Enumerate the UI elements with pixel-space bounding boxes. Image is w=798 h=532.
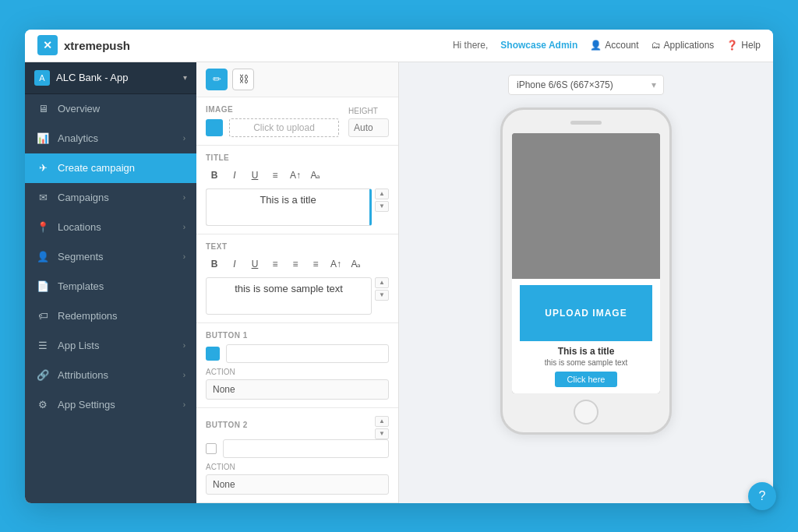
button1-label: BUTTON 1 bbox=[206, 331, 389, 340]
text-spinner: ▲ ▼ bbox=[375, 277, 389, 301]
text-spin-down-button[interactable]: ▼ bbox=[375, 290, 389, 301]
button2-checkbox[interactable] bbox=[206, 443, 217, 454]
applications-icon: 🗂 bbox=[651, 40, 661, 51]
text-font-size-down-button[interactable]: Aₐ bbox=[348, 255, 365, 273]
sidebar-item-overview[interactable]: 🖥 Overview bbox=[25, 94, 196, 124]
phone-screen-background bbox=[512, 133, 660, 279]
account-link[interactable]: 👤 Account bbox=[590, 40, 638, 51]
account-icon: 👤 bbox=[590, 40, 602, 51]
help-icon: ❓ bbox=[726, 40, 738, 51]
align-button[interactable]: ≡ bbox=[267, 167, 284, 184]
title-preview[interactable]: This is a title bbox=[206, 188, 372, 226]
arrow-icon: › bbox=[183, 341, 185, 350]
app-lists-icon: ☰ bbox=[36, 339, 50, 353]
notification-button[interactable]: Click here bbox=[555, 372, 618, 387]
button1-action-select[interactable]: None bbox=[206, 379, 389, 400]
sidebar-item-campaigns[interactable]: ✉ Campaigns › bbox=[25, 183, 196, 213]
spin-down-button[interactable]: ▼ bbox=[375, 201, 389, 212]
height-group: HEIGHT bbox=[348, 107, 389, 137]
sidebar-item-locations[interactable]: 📍 Locations › bbox=[25, 213, 196, 242]
segments-icon: 👤 bbox=[36, 250, 50, 264]
help-link[interactable]: ❓ Help bbox=[726, 40, 761, 51]
arrow-icon: › bbox=[183, 193, 185, 202]
form-panel: ✏ ⛓ IMAGE Click to upload bbox=[196, 62, 399, 503]
upload-image-area: UPLOAD IMAGE bbox=[520, 285, 652, 341]
image-section: IMAGE Click to upload HEIGHT bbox=[196, 97, 398, 146]
button2-spin-up[interactable]: ▲ bbox=[375, 416, 389, 427]
text-section: TEXT B I U ≡ ≡ ≡ A↑ Aₐ this is some bbox=[196, 234, 398, 323]
help-fab-button[interactable]: ? bbox=[748, 482, 776, 510]
notification-title: This is a title bbox=[558, 346, 615, 357]
button2-row bbox=[206, 439, 389, 458]
form-toolbar: ✏ ⛓ bbox=[196, 62, 398, 97]
edit-button[interactable]: ✏ bbox=[206, 69, 228, 90]
sidebar-item-app-lists[interactable]: ☰ App Lists › bbox=[25, 331, 196, 361]
title-spinner: ▲ ▼ bbox=[375, 188, 389, 212]
text-spin-up-button[interactable]: ▲ bbox=[375, 277, 389, 288]
sidebar-item-attributions[interactable]: 🔗 Attributions › bbox=[25, 361, 196, 390]
title-rich-toolbar: B I U ≡ A↑ Aₐ bbox=[206, 167, 389, 184]
help-label: Help bbox=[741, 40, 761, 51]
arrow-icon: › bbox=[183, 400, 185, 409]
attributions-icon: 🔗 bbox=[36, 368, 50, 382]
text-font-size-up-button[interactable]: A↑ bbox=[327, 255, 344, 273]
phone-mockup: UPLOAD IMAGE This is a title this is som… bbox=[500, 107, 672, 435]
height-input[interactable] bbox=[348, 118, 389, 137]
text-label: TEXT bbox=[206, 242, 389, 251]
text-rich-toolbar: B I U ≡ ≡ ≡ A↑ Aₐ bbox=[206, 255, 389, 273]
button2-spinner: ▲ ▼ bbox=[375, 416, 389, 439]
font-size-down-button[interactable]: Aₐ bbox=[307, 167, 324, 184]
button2-spin-down[interactable]: ▼ bbox=[375, 428, 389, 439]
text-underline-button[interactable]: U bbox=[246, 255, 263, 273]
link-button[interactable]: ⛓ bbox=[232, 69, 254, 90]
username-text: Showcase Admin bbox=[500, 40, 577, 51]
text-align-left-button[interactable]: ≡ bbox=[267, 255, 284, 273]
sidebar-label-create-campaign: Create campaign bbox=[58, 162, 185, 174]
button1-color-swatch[interactable] bbox=[206, 347, 220, 361]
device-select-row: iPhone 6/6S (667×375) bbox=[411, 75, 761, 95]
device-select-wrap: iPhone 6/6S (667×375) bbox=[508, 75, 664, 95]
text-align-center-button[interactable]: ≡ bbox=[287, 255, 304, 273]
sidebar-label-app-settings: App Settings bbox=[58, 399, 183, 410]
upload-button[interactable]: Click to upload bbox=[229, 118, 339, 137]
applications-link[interactable]: 🗂 Applications bbox=[651, 40, 715, 51]
redemptions-icon: 🏷 bbox=[36, 309, 50, 323]
sidebar-label-locations: Locations bbox=[58, 221, 183, 233]
sidebar-item-redemptions[interactable]: 🏷 Redemptions bbox=[25, 301, 196, 331]
text-preview[interactable]: this is some sample text bbox=[206, 277, 372, 315]
button1-text-input[interactable] bbox=[226, 344, 389, 363]
main-content: ✏ ⛓ IMAGE Click to upload bbox=[196, 62, 773, 503]
button2-action-label: ACTION bbox=[206, 463, 389, 471]
account-label: Account bbox=[605, 40, 638, 51]
text-align-right-button[interactable]: ≡ bbox=[307, 255, 324, 273]
color-swatch[interactable] bbox=[206, 119, 223, 136]
sidebar-item-templates[interactable]: 📄 Templates bbox=[25, 272, 196, 301]
italic-button[interactable]: I bbox=[226, 167, 243, 184]
image-label: IMAGE bbox=[206, 105, 339, 114]
sidebar-item-app-settings[interactable]: ⚙ App Settings › bbox=[25, 390, 196, 420]
phone-home-button bbox=[574, 400, 598, 425]
sidebar-item-analytics[interactable]: 📊 Analytics › bbox=[25, 124, 196, 153]
topbar: ✕ xtremepush Hi there, Showcase Admin 👤 … bbox=[25, 30, 773, 62]
spin-up-button[interactable]: ▲ bbox=[375, 188, 389, 199]
button2-action-select[interactable]: None bbox=[206, 474, 389, 495]
sidebar-item-create-campaign[interactable]: ✈ Create campaign bbox=[25, 153, 196, 183]
chevron-down-icon: ▾ bbox=[183, 73, 187, 82]
device-select[interactable]: iPhone 6/6S (667×375) bbox=[508, 75, 664, 95]
app-selector[interactable]: A ALC Bank - App ▾ bbox=[25, 62, 196, 94]
button2-label: BUTTON 2 bbox=[206, 421, 248, 429]
image-row: Click to upload bbox=[206, 118, 339, 137]
upload-image-text: UPLOAD IMAGE bbox=[545, 308, 627, 319]
text-italic-button[interactable]: I bbox=[226, 255, 243, 273]
sidebar-item-segments[interactable]: 👤 Segments › bbox=[25, 242, 196, 272]
main-window: ✕ xtremepush Hi there, Showcase Admin 👤 … bbox=[25, 30, 773, 503]
button2-text-input[interactable] bbox=[223, 439, 389, 458]
underline-button[interactable]: U bbox=[246, 167, 263, 184]
bold-button[interactable]: B bbox=[206, 167, 223, 184]
font-size-up-button[interactable]: A↑ bbox=[287, 167, 304, 184]
button1-section: BUTTON 1 ACTION None bbox=[196, 323, 398, 408]
campaigns-icon: ✉ bbox=[36, 191, 50, 205]
button2-section: BUTTON 2 ▲ ▼ ACTION bbox=[196, 408, 398, 503]
sidebar-label-attributions: Attributions bbox=[58, 369, 183, 381]
text-bold-button[interactable]: B bbox=[206, 255, 223, 273]
